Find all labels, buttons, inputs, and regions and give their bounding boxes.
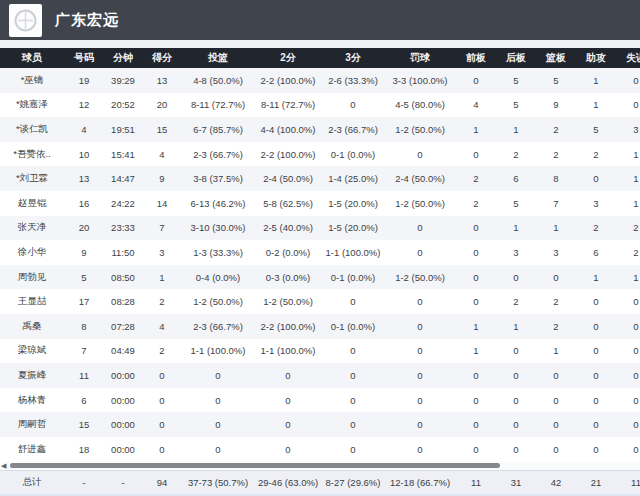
scrollbar-left-arrow-icon[interactable]: ◀ [1, 462, 6, 470]
cell-three: 0 [322, 419, 384, 430]
table-row: *刘卫霖1314:4793-8 (37.5%)2-4 (50.0%)1-4 (2… [0, 166, 640, 191]
cell-ast: 6 [576, 247, 616, 258]
cell-pts: 9 [142, 173, 182, 184]
cell-drb: 3 [496, 247, 536, 258]
cell-name[interactable]: 梁琼斌 [0, 344, 64, 357]
cell-ast: 2 [576, 222, 616, 233]
cell-three: 1-4 (25.0%) [322, 173, 384, 184]
cell-no: 11 [64, 370, 104, 381]
cell-three: 2-3 (66.7%) [322, 124, 384, 135]
column-header-oreb: 前板 [456, 51, 496, 65]
player-rows: *巫镝1939:29134-8 (50.0%)2-2 (100.0%)2-6 (… [0, 68, 640, 462]
scrollbar-thumb[interactable] [10, 463, 500, 468]
cell-reb: 2 [536, 321, 576, 332]
cell-min: 14:47 [104, 173, 142, 184]
cell-pts: 2 [142, 345, 182, 356]
cell-ft: 1-2 (50.0%) [384, 272, 456, 283]
cell-three: 0 [322, 444, 384, 455]
cell-name[interactable]: *谈仁凯 [0, 123, 64, 136]
cell-three: 0 [322, 345, 384, 356]
box-score-table[interactable]: 球员 号码 分钟 得分 投篮 2分 3分 罚球 前板 后板 篮板 助攻 失误 *… [0, 48, 640, 462]
cell-name[interactable]: 夏振峰 [0, 369, 64, 382]
cell-ft: 0 [384, 247, 456, 258]
cell-name[interactable]: 赵昱锟 [0, 197, 64, 210]
cell-pts: 7 [142, 222, 182, 233]
cell-min: 24:22 [104, 198, 142, 209]
cell-name[interactable]: *巫镝 [0, 74, 64, 87]
cell-name[interactable]: 王显喆 [0, 295, 64, 308]
cell-ast: 3 [576, 198, 616, 209]
cell-reb: 5 [536, 75, 576, 86]
spacer [0, 40, 640, 48]
cell-drb: 5 [496, 198, 536, 209]
cell-min: 15:41 [104, 149, 142, 160]
table-row: 周勃见508:5010-4 (0.0%)0-3 (0.0%)0-1 (0.0%)… [0, 265, 640, 290]
table-header-row: 球员 号码 分钟 得分 投篮 2分 3分 罚球 前板 后板 篮板 助攻 失误 [0, 48, 640, 68]
cell-orb: 1 [456, 321, 496, 332]
cell-min: 07:28 [104, 321, 142, 332]
total-fg: 37-73 (50.7%) [182, 477, 254, 488]
horizontal-scrollbar[interactable]: ◀ [0, 462, 640, 470]
cell-no: 12 [64, 99, 104, 110]
cell-no: 18 [64, 444, 104, 455]
cell-two: 2-2 (100.0%) [254, 75, 322, 86]
total-label: 总计 [0, 476, 64, 489]
cell-name[interactable]: *刘卫霖 [0, 172, 64, 185]
column-header-reb: 篮板 [536, 51, 576, 65]
cell-min: 00:00 [104, 444, 142, 455]
cell-name[interactable]: 杨林青 [0, 394, 64, 407]
column-header-tov: 失误 [616, 51, 640, 65]
cell-name[interactable]: 徐小华 [0, 246, 64, 259]
cell-tov: 3 [616, 124, 640, 135]
cell-ast: 2 [576, 149, 616, 160]
cell-name[interactable]: 张天净 [0, 221, 64, 234]
cell-tov: 0 [616, 419, 640, 430]
cell-tov: 0 [616, 345, 640, 356]
cell-tov: 2 [616, 222, 640, 233]
column-header-ast: 助攻 [576, 51, 616, 65]
cell-reb: 9 [536, 99, 576, 110]
cell-name[interactable]: 禹桑 [0, 320, 64, 333]
cell-two: 0 [254, 444, 322, 455]
total-ast: 21 [576, 477, 616, 488]
cell-no: 20 [64, 222, 104, 233]
table-row: 王显喆1708:2821-2 (50.0%)1-2 (50.0%)0002200 [0, 289, 640, 314]
cell-reb: 2 [536, 124, 576, 135]
cell-orb: 0 [456, 75, 496, 86]
cell-three: 0 [322, 296, 384, 307]
cell-tov: 1 [616, 272, 640, 283]
cell-fg: 0-4 (0.0%) [182, 272, 254, 283]
cell-name[interactable]: *姚嘉泽 [0, 98, 64, 111]
cell-drb: 2 [496, 296, 536, 307]
cell-name[interactable]: *吾赞依.. [0, 148, 64, 161]
cell-name[interactable]: 周勃见 [0, 271, 64, 284]
cell-fg: 0 [182, 444, 254, 455]
cell-reb: 0 [536, 395, 576, 406]
cell-drb: 0 [496, 419, 536, 430]
cell-tov: 1 [616, 198, 640, 209]
cell-no: 9 [64, 247, 104, 258]
total-points: 94 [142, 477, 182, 488]
cell-name[interactable]: 舒进鑫 [0, 443, 64, 456]
cell-pts: 0 [142, 419, 182, 430]
total-oreb: 11 [456, 477, 496, 488]
cell-no: 8 [64, 321, 104, 332]
cell-fg: 4-8 (50.0%) [182, 75, 254, 86]
cell-min: 00:00 [104, 370, 142, 381]
cell-orb: 2 [456, 198, 496, 209]
cell-fg: 0 [182, 370, 254, 381]
cell-fg: 1-2 (50.0%) [182, 296, 254, 307]
cell-no: 5 [64, 272, 104, 283]
cell-orb: 4 [456, 99, 496, 110]
cell-no: 19 [64, 75, 104, 86]
cell-reb: 8 [536, 173, 576, 184]
cell-ast: 0 [576, 395, 616, 406]
cell-min: 23:33 [104, 222, 142, 233]
cell-pts: 2 [142, 296, 182, 307]
cell-reb: 0 [536, 419, 576, 430]
cell-ft: 0 [384, 296, 456, 307]
cell-two: 0-3 (0.0%) [254, 272, 322, 283]
cell-three: 0-1 (0.0%) [322, 321, 384, 332]
cell-tov: 1 [616, 149, 640, 160]
cell-name[interactable]: 周嗣哲 [0, 418, 64, 431]
